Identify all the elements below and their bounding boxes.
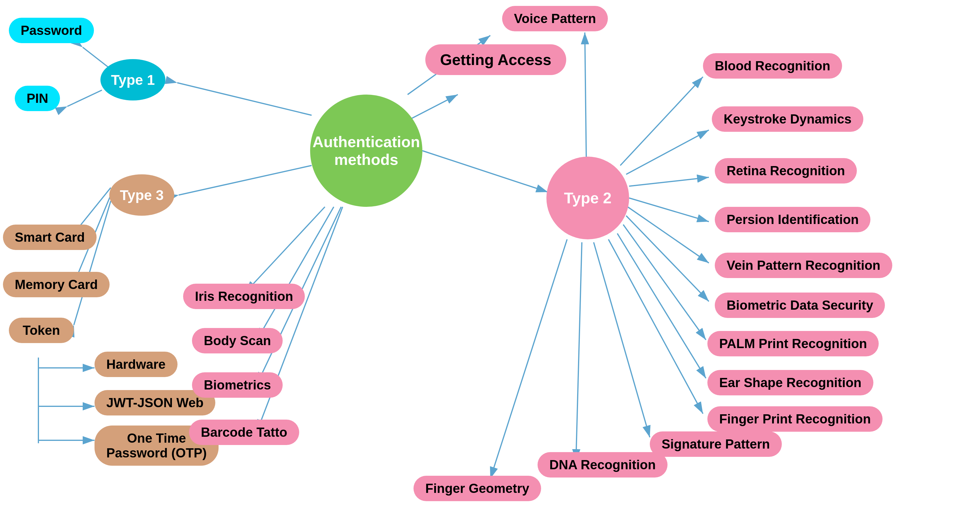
vein-pattern-node: Vein Pattern Recognition: [715, 253, 892, 278]
hardware-label: Hardware: [106, 357, 166, 372]
biometric-data-security-node: Biometric Data Security: [715, 293, 885, 318]
voice-pattern-node: Voice Pattern: [502, 6, 608, 31]
palm-print-label: PALM Print Recognition: [719, 336, 867, 351]
finger-print-node: Finger Print Recognition: [707, 406, 883, 432]
password-node: Password: [9, 18, 94, 43]
pin-node: PIN: [15, 86, 60, 111]
svg-line-7: [67, 90, 102, 106]
vein-pattern-label: Vein Pattern Recognition: [727, 258, 880, 273]
dna-recognition-label: DNA Recognition: [549, 457, 656, 472]
type1-label: Type 1: [111, 72, 155, 88]
biometrics-node: Biometrics: [192, 372, 283, 398]
svg-line-22: [626, 130, 709, 174]
biometrics-label: Biometrics: [204, 378, 271, 392]
diagram: Authentication methods Getting Access Ty…: [0, 0, 980, 518]
svg-line-25: [628, 207, 709, 263]
palm-print-node: PALM Print Recognition: [707, 331, 879, 356]
type1-node: Type 1: [100, 59, 165, 100]
retina-recognition-node: Retina Recognition: [715, 158, 857, 183]
finger-geometry-node: Finger Geometry: [414, 476, 541, 501]
getting-access-node: Getting Access: [425, 44, 566, 75]
token-label: Token: [23, 323, 60, 338]
barcode-tatto-label: Barcode Tatto: [201, 425, 287, 440]
smart-card-label: Smart Card: [15, 230, 85, 245]
barcode-tatto-node: Barcode Tatto: [189, 419, 299, 445]
svg-line-31: [576, 242, 582, 461]
svg-line-10: [74, 201, 111, 325]
memory-card-node: Memory Card: [3, 272, 110, 297]
svg-line-24: [629, 198, 709, 222]
svg-line-23: [629, 177, 709, 186]
svg-line-21: [620, 77, 703, 166]
blood-recognition-label: Blood Recognition: [715, 59, 830, 73]
persion-id-node: Persion Identification: [715, 207, 870, 232]
body-scan-node: Body Scan: [192, 328, 283, 354]
svg-line-30: [594, 242, 650, 437]
keystroke-dynamics-label: Keystroke Dynamics: [724, 112, 851, 126]
dna-recognition-node: DNA Recognition: [538, 452, 668, 478]
svg-line-5: [422, 151, 548, 192]
biometric-data-security-label: Biometric Data Security: [727, 298, 873, 312]
finger-print-label: Finger Print Recognition: [719, 412, 871, 426]
center-label: Authentication methods: [312, 133, 420, 169]
smart-card-node: Smart Card: [3, 225, 97, 250]
pin-label: PIN: [27, 91, 48, 106]
iris-recognition-label: Iris Recognition: [195, 289, 293, 304]
finger-geometry-label: Finger Geometry: [425, 481, 529, 496]
hardware-node: Hardware: [94, 352, 178, 377]
svg-line-4: [179, 166, 312, 195]
retina-recognition-label: Retina Recognition: [727, 163, 845, 178]
center-node: Authentication methods: [310, 94, 422, 207]
svg-line-20: [585, 32, 586, 159]
type3-label: Type 3: [120, 187, 164, 203]
svg-line-16: [257, 207, 334, 340]
type3-node: Type 3: [109, 174, 174, 216]
svg-line-3: [177, 83, 312, 115]
persion-id-label: Persion Identification: [727, 212, 859, 227]
svg-line-15: [245, 207, 325, 293]
signature-pattern-node: Signature Pattern: [650, 432, 782, 457]
type2-label: Type 2: [564, 189, 612, 207]
voice-pattern-label: Voice Pattern: [514, 11, 596, 26]
type2-node: Type 2: [546, 156, 629, 239]
password-label: Password: [21, 23, 82, 38]
jwt-label: JWT-JSON Web: [106, 395, 204, 410]
svg-line-28: [617, 233, 706, 378]
body-scan-label: Body Scan: [204, 333, 271, 348]
iris-recognition-node: Iris Recognition: [183, 284, 305, 309]
token-node: Token: [9, 318, 74, 343]
keystroke-dynamics-node: Keystroke Dynamics: [712, 106, 863, 132]
svg-line-27: [623, 225, 706, 340]
blood-recognition-node: Blood Recognition: [703, 53, 842, 79]
ear-shape-label: Ear Shape Recognition: [719, 375, 862, 390]
svg-line-6: [83, 47, 109, 68]
memory-card-label: Memory Card: [15, 277, 98, 292]
svg-line-26: [626, 216, 709, 301]
svg-line-18: [257, 207, 343, 432]
signature-pattern-label: Signature Pattern: [662, 437, 770, 451]
getting-access-label: Getting Access: [440, 51, 551, 69]
ear-shape-node: Ear Shape Recognition: [707, 370, 873, 395]
svg-line-29: [608, 239, 703, 414]
svg-line-32: [490, 239, 567, 479]
